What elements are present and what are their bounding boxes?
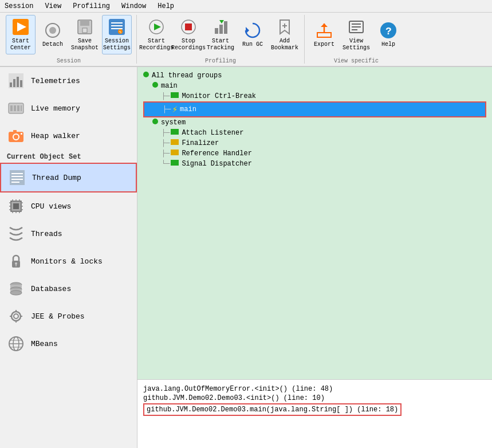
- cpu-views-label: CPU views: [31, 202, 71, 211]
- run-gc-button[interactable]: Run GC: [238, 15, 267, 54]
- view-settings-label: View Settings: [343, 38, 370, 52]
- svg-rect-37: [17, 77, 19, 87]
- tree-item-main-selected[interactable]: ├─ ⚡ main: [143, 101, 486, 117]
- rect-green-icon: [171, 92, 179, 100]
- telemetries-label: Telemetries: [31, 77, 80, 85]
- sidebar-item-jee-probes[interactable]: JEE & Probes: [0, 302, 137, 330]
- tree-item-system-group[interactable]: system: [143, 117, 486, 128]
- live-memory-label: Live memory: [31, 104, 80, 113]
- sidebar-item-telemetries[interactable]: Telemetries: [0, 67, 137, 95]
- start-tracking-label: Start Tracking: [207, 38, 234, 52]
- svg-rect-54: [13, 203, 19, 209]
- stack-trace-panel: java.lang.OutOfMemoryError.<init>() (lin…: [137, 379, 492, 448]
- export-icon: [315, 21, 333, 40]
- jee-probes-label: JEE & Probes: [31, 312, 85, 321]
- current-object-set-label: Current Object Set: [0, 150, 137, 163]
- svg-text:?: ?: [385, 26, 392, 37]
- svg-rect-42: [17, 105, 19, 111]
- svg-rect-29: [352, 23, 361, 25]
- sidebar-item-live-memory[interactable]: Live memory: [0, 95, 137, 122]
- svg-rect-49: [11, 173, 23, 174]
- tree-item-monitor-ctrl-break[interactable]: ├─ Monitor Ctrl-Break: [143, 91, 486, 101]
- start-recordings-button[interactable]: Start Recordings: [141, 15, 171, 54]
- start-tracking-button[interactable]: Start Tracking: [206, 15, 235, 54]
- run-gc-icon: [243, 21, 262, 40]
- svg-rect-51: [11, 179, 23, 180]
- svg-point-3: [49, 27, 56, 34]
- session-settings-label: Session Settings: [103, 38, 131, 52]
- detach-label: Detach: [42, 41, 63, 48]
- svg-point-76: [14, 314, 18, 319]
- add-bookmark-label: Add Bookmark: [271, 38, 298, 52]
- sidebar-item-cpu-views[interactable]: CPU views: [0, 192, 137, 220]
- svg-marker-14: [154, 23, 161, 30]
- stop-recordings-icon: [179, 18, 198, 36]
- threads-label: Threads: [31, 230, 62, 238]
- threads-icon: [7, 225, 25, 243]
- gear-icon: [7, 307, 25, 325]
- menu-help[interactable]: Help: [155, 1, 176, 11]
- start-center-icon: [11, 18, 30, 36]
- svg-marker-21: [246, 27, 249, 34]
- menu-view[interactable]: View: [42, 1, 64, 11]
- svg-rect-41: [14, 105, 16, 111]
- svg-rect-17: [215, 28, 218, 34]
- svg-point-74: [10, 290, 22, 295]
- session-settings-button[interactable]: ✎ Session Settings: [102, 15, 132, 54]
- start-center-button[interactable]: Start Center: [6, 15, 36, 54]
- tree-item-finalizer[interactable]: ├─ Finalizer: [143, 138, 486, 148]
- tree-item-main-group[interactable]: main: [143, 81, 486, 91]
- add-bookmark-button[interactable]: Add Bookmark: [270, 15, 300, 54]
- sidebar-item-thread-dump[interactable]: Thread Dump: [0, 163, 137, 192]
- sidebar-item-threads[interactable]: Threads: [0, 220, 137, 247]
- svg-point-68: [15, 262, 17, 265]
- svg-rect-40: [10, 105, 13, 111]
- menu-session[interactable]: Session: [2, 1, 36, 11]
- export-button[interactable]: Export: [309, 15, 339, 54]
- dot-green-icon: [143, 72, 149, 80]
- sidebar-item-databases[interactable]: Databases: [0, 275, 137, 302]
- menu-window[interactable]: Window: [119, 1, 148, 11]
- svg-rect-10: [111, 28, 123, 29]
- add-bookmark-icon: [275, 18, 294, 36]
- dot-green-icon-3: [152, 119, 158, 127]
- svg-rect-46: [13, 130, 17, 133]
- help-button[interactable]: ? Help: [373, 15, 403, 54]
- lock-icon: [7, 252, 25, 270]
- sidebar-item-mbeans[interactable]: MBeans: [0, 330, 137, 357]
- dot-green-icon-2: [152, 82, 158, 90]
- sidebar-item-monitors-locks[interactable]: Monitors & locks: [0, 247, 137, 275]
- detach-button[interactable]: Detach: [38, 15, 68, 54]
- tree-item-all-groups[interactable]: All thread groups: [143, 70, 486, 81]
- rect-yellow-icon: [171, 139, 179, 147]
- svg-rect-16: [185, 23, 192, 30]
- svg-rect-43: [21, 105, 22, 111]
- svg-rect-36: [13, 79, 15, 87]
- sidebar: Telemetries Live memory: [0, 67, 137, 448]
- start-recordings-icon: [147, 18, 166, 36]
- svg-rect-48: [10, 170, 25, 185]
- svg-rect-19: [224, 21, 227, 34]
- chart-icon: [7, 72, 25, 90]
- svg-rect-5: [80, 20, 89, 26]
- tree-item-reference-handler[interactable]: ├─ Reference Handler: [143, 148, 486, 159]
- thread-tree[interactable]: All thread groups main ├─ Monitor Ctrl-B…: [137, 67, 492, 379]
- stop-recordings-button[interactable]: Stop Recordings: [174, 15, 203, 54]
- sidebar-item-heap-walker[interactable]: Heap walker: [0, 122, 137, 150]
- profiling-group-label: Profiling: [205, 58, 236, 64]
- help-label: Help: [381, 41, 395, 48]
- view-settings-button[interactable]: View Settings: [341, 15, 371, 54]
- rect-green-icon-3: [171, 160, 179, 168]
- content-panel: All thread groups main ├─ Monitor Ctrl-B…: [137, 67, 492, 448]
- db-icon: [7, 280, 25, 298]
- menu-profiling[interactable]: Profiling: [70, 1, 112, 11]
- camera-icon: [7, 127, 25, 145]
- rect-yellow-icon-2: [171, 150, 179, 158]
- tree-item-attach-listener[interactable]: ├─ Attach Listener: [143, 128, 486, 138]
- session-group-label: Session: [57, 58, 81, 64]
- svg-rect-35: [10, 82, 12, 87]
- svg-rect-9: [111, 25, 123, 26]
- save-snapshot-button[interactable]: Save Snapshot: [70, 15, 100, 54]
- tree-item-signal-dispatcher[interactable]: └─ Signal Dispatcher: [143, 159, 486, 169]
- toolbar-view-group: Export View Settings ?: [305, 15, 408, 64]
